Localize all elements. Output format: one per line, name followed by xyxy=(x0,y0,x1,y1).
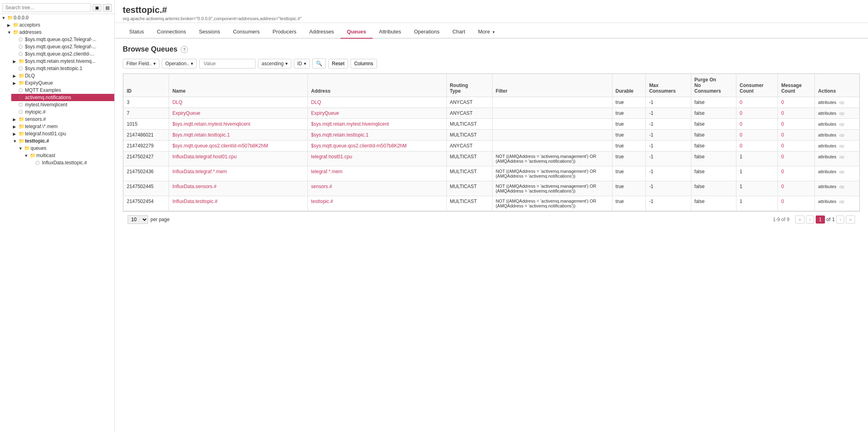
tree-item-queues[interactable]: ▼ 📁 queues xyxy=(17,145,114,152)
tree-item-root[interactable]: ▼ 📁 0.0.0.0 xyxy=(0,14,114,21)
queue-address-link[interactable]: DLQ xyxy=(311,99,321,105)
queue-name-link[interactable]: $sys.mqtt.retain.testtopic.1 xyxy=(172,132,230,138)
filter-operation-select[interactable]: Operation.. ▾ xyxy=(162,59,197,68)
queue-address-link[interactable]: telegraf.host01.cpu xyxy=(311,154,352,160)
col-consumer-count[interactable]: ConsumerCount xyxy=(736,74,778,97)
tree-item-multicast[interactable]: ▼ 📁 multicast xyxy=(23,152,114,159)
tab-chart[interactable]: Chart xyxy=(446,25,472,39)
attributes-button[interactable]: attributes xyxy=(818,169,836,174)
filter-value-input[interactable] xyxy=(199,59,256,68)
tab-more[interactable]: More ▾ xyxy=(472,25,501,39)
queue-name-link[interactable]: $sys.mqtt.queue.qos2.clientId-m507b8K2hM xyxy=(172,143,268,149)
queue-address-link[interactable]: telegraf.*.mem xyxy=(311,169,342,174)
tree-item-sys-mqtt-1[interactable]: ⬡ $sys.mqtt.queue.qos2.Telegraf-... xyxy=(11,36,114,43)
tree-item-addresses[interactable]: ▼ 📁 addresses xyxy=(6,29,114,36)
tab-producers[interactable]: Producers xyxy=(266,25,303,39)
queue-address-link[interactable]: $sys.mqtt.retain.mytest.hivemqlicent xyxy=(311,121,389,127)
tab-sessions[interactable]: Sessions xyxy=(192,25,227,39)
tree-item-expiryqueue[interactable]: ▶ 📁 ExpiryQueue xyxy=(11,79,114,87)
tab-operations[interactable]: Operations xyxy=(408,25,446,39)
queue-name-link[interactable]: InfluxData.telegraf.*.mem xyxy=(172,169,227,174)
operations-button[interactable]: op xyxy=(839,169,844,174)
attributes-button[interactable]: attributes xyxy=(818,133,836,137)
queue-name-link[interactable]: ExpiryQueue xyxy=(172,110,200,116)
queue-address-link[interactable]: ExpiryQueue xyxy=(311,110,339,116)
tree-item-mqtt-examples[interactable]: ⬡ MQTT Examples xyxy=(11,87,114,94)
attributes-button[interactable]: attributes xyxy=(818,199,836,204)
attributes-button[interactable]: attributes xyxy=(818,143,836,148)
cell-purge-on-no-consumers: false xyxy=(691,166,736,181)
tree-item-telegraf-mem[interactable]: ▶ 📁 telegraf.\*.mem xyxy=(11,123,114,130)
tree-item-sys-mqtt-2[interactable]: ⬡ $sys.mqtt.queue.qos2.Telegraf-... xyxy=(11,43,114,50)
attributes-button[interactable]: attributes xyxy=(818,122,836,126)
col-name[interactable]: Name xyxy=(169,74,308,97)
col-id[interactable]: ID xyxy=(124,74,169,97)
queue-name-link[interactable]: $sys.mqtt.retain.mytest.hivemqlicent xyxy=(172,121,250,127)
tab-connections[interactable]: Connections xyxy=(151,25,192,39)
tab-addresses[interactable]: Addresses xyxy=(303,25,340,39)
operations-button[interactable]: op xyxy=(839,154,844,159)
col-max-consumers[interactable]: MaxConsumers xyxy=(646,74,691,97)
col-durable[interactable]: Durable xyxy=(612,74,646,97)
tree-item-testtopic[interactable]: ▼ 📁 testtopic.# xyxy=(11,137,114,145)
queue-name-link[interactable]: InfluxData.testtopic.# xyxy=(172,199,217,204)
tree-item-acceptors[interactable]: ▶ 📁 acceptors xyxy=(6,21,114,29)
search-button[interactable]: 🔍 xyxy=(312,58,326,68)
queue-address-link[interactable]: $sys.mqtt.queue.qos2.clientId-m507b8K2hM xyxy=(311,143,406,149)
col-address[interactable]: Address xyxy=(308,74,447,97)
filter-field-select[interactable]: Filter Field.. ▾ xyxy=(123,59,159,68)
attributes-button[interactable]: attributes xyxy=(818,184,836,189)
operations-button[interactable]: op xyxy=(839,199,844,204)
search-input[interactable] xyxy=(2,3,91,12)
tab-status[interactable]: Status xyxy=(123,25,151,39)
queue-address-link[interactable]: testtopic.# xyxy=(311,199,333,204)
tab-attributes[interactable]: Attributes xyxy=(373,25,408,39)
collapse-tree-button[interactable]: ▤ xyxy=(103,4,112,12)
col-message-count[interactable]: MessageCount xyxy=(778,74,815,97)
tree-item-mytopic[interactable]: ⬡ mytopic.# xyxy=(11,108,114,116)
col-filter[interactable]: Filter xyxy=(492,74,612,97)
cell-routing-type: MULTICAST xyxy=(446,196,492,211)
tree-item-dlq[interactable]: ▶ 📁 DLQ xyxy=(11,72,114,79)
table-row: 7 ExpiryQueue ExpiryQueue ANYCAST true -… xyxy=(124,108,860,119)
operations-button[interactable]: op xyxy=(839,100,844,105)
queue-name-link[interactable]: InfluxData.sensors.# xyxy=(172,184,216,189)
attributes-button[interactable]: attributes xyxy=(818,154,836,159)
per-page-select[interactable]: 10 20 50 100 xyxy=(128,215,148,224)
expand-tree-button[interactable]: ▣ xyxy=(93,4,101,12)
tree-item-activemq-notifications[interactable]: ⬡ activemq.notifications xyxy=(11,94,114,101)
sort-by-select[interactable]: ID ▾ xyxy=(294,59,310,68)
tree-item-mytest-hivemqlicent[interactable]: ⬡ mytest.hivemqlicent xyxy=(11,101,114,108)
tree-item-sensors[interactable]: ▶ 📁 sensors.# xyxy=(11,116,114,123)
attributes-button[interactable]: attributes xyxy=(818,111,836,116)
sort-order-select[interactable]: ascending ▾ xyxy=(258,59,291,68)
tree-item-influxdata-testtopic[interactable]: ⬡ InfluxData.testtopic.# xyxy=(28,159,114,166)
help-icon[interactable]: ? xyxy=(181,46,188,53)
operations-button[interactable]: op xyxy=(839,111,844,116)
page-1-button[interactable]: 1 xyxy=(816,215,825,224)
queue-address-link[interactable]: $sys.mqtt.retain.testtopic.1 xyxy=(311,132,369,138)
tab-queues[interactable]: Queues xyxy=(340,25,373,39)
col-routing-type[interactable]: RoutingType xyxy=(446,74,492,97)
arrow-icon xyxy=(13,37,19,42)
reset-button[interactable]: Reset xyxy=(328,59,348,68)
operations-button[interactable]: op xyxy=(839,133,844,137)
columns-button[interactable]: Columns xyxy=(350,59,377,68)
next-page-button[interactable]: › xyxy=(836,215,844,224)
operations-button[interactable]: op xyxy=(839,143,844,148)
prev-page-button[interactable]: ‹ xyxy=(806,215,814,224)
operations-button[interactable]: op xyxy=(839,122,844,126)
tree-item-sys-mqtt-clientid[interactable]: ⬡ $sys.mqtt.queue.qos2.clientId-... xyxy=(11,50,114,58)
operations-button[interactable]: op xyxy=(839,184,844,189)
tree-item-retain-testtopic[interactable]: ⬡ $sys.mqtt.retain.testtopic.1 xyxy=(11,65,114,72)
col-purge-on-no-consumers[interactable]: Purge OnNoConsumers xyxy=(691,74,736,97)
tree-item-hivemq[interactable]: ▶ 📁 $sys.mqtt.retain.mytest.hivemq... xyxy=(11,58,114,65)
first-page-button[interactable]: « xyxy=(795,215,804,224)
attributes-button[interactable]: attributes xyxy=(818,100,836,105)
tree-item-telegraf-host01-cpu[interactable]: ▶ 📁 telegraf.host01.cpu xyxy=(11,130,114,137)
queue-name-link[interactable]: InfluxData.telegraf.host01.cpu xyxy=(172,154,236,160)
tab-consumers[interactable]: Consumers xyxy=(227,25,266,39)
last-page-button[interactable]: » xyxy=(846,215,855,224)
queue-address-link[interactable]: sensors.# xyxy=(311,184,332,189)
queue-name-link[interactable]: DLQ xyxy=(172,99,182,105)
